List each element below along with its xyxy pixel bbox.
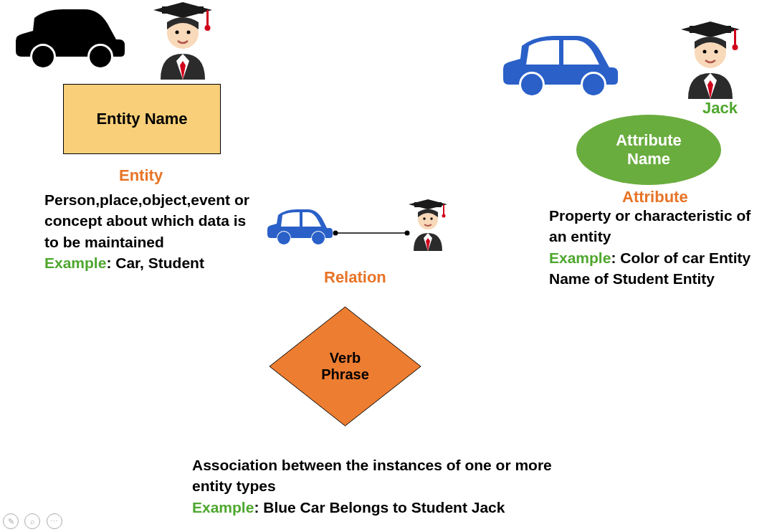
toolbar-more-icon[interactable]: ⋯ xyxy=(47,513,62,529)
svg-rect-4 xyxy=(206,10,209,26)
entity-description: Person,place,object,event or concept abo… xyxy=(44,191,249,250)
relation-heading: Relation xyxy=(324,268,386,287)
svg-marker-3 xyxy=(153,2,212,18)
relation-example-text: : Blue Car Belongs to Student Jack xyxy=(254,499,505,516)
diamond-line2: Phrase xyxy=(321,366,369,382)
svg-point-32 xyxy=(442,214,446,218)
entity-example-label: Example xyxy=(44,255,106,271)
attribute-ellipse-line2: Name xyxy=(627,150,670,168)
svg-rect-25 xyxy=(300,212,302,227)
svg-point-35 xyxy=(430,217,432,219)
attribute-example-label: Example xyxy=(549,250,611,266)
svg-point-7 xyxy=(176,31,179,34)
car-blue-attribute-icon xyxy=(500,30,621,101)
entity-name-box: Entity Name xyxy=(63,84,221,154)
entity-name-label: Entity Name xyxy=(96,110,187,128)
attribute-description: Property or characteristic of an entity xyxy=(549,207,750,244)
student-icon-entity xyxy=(149,2,217,85)
svg-rect-13 xyxy=(559,40,563,65)
diamond-text: Verb Phrase xyxy=(321,350,369,383)
relation-diamond: Verb Phrase xyxy=(268,305,422,427)
entity-example-text: : Car, Student xyxy=(106,255,204,271)
attribute-description-block: Property or characteristic of an entity … xyxy=(549,205,771,290)
relation-description: Association between the instances of one… xyxy=(192,457,552,494)
svg-point-17 xyxy=(733,44,738,50)
svg-point-11 xyxy=(521,74,543,95)
svg-point-1 xyxy=(90,46,111,67)
attribute-ellipse-line1: Attribute xyxy=(616,131,682,149)
svg-point-19 xyxy=(703,50,707,54)
entity-description-block: Person,place,object,event or concept abo… xyxy=(44,189,259,274)
diamond-line1: Verb xyxy=(330,350,361,366)
relation-line xyxy=(333,227,410,239)
svg-marker-30 xyxy=(409,199,447,209)
svg-point-20 xyxy=(715,50,718,54)
svg-point-34 xyxy=(423,217,425,219)
attribute-heading: Attribute xyxy=(622,188,688,206)
svg-point-24 xyxy=(312,232,325,244)
student-icon-relation xyxy=(406,199,450,255)
car-black-icon xyxy=(13,4,128,75)
svg-rect-31 xyxy=(443,204,444,214)
toolbar-zoom-icon[interactable]: ⌕ xyxy=(24,513,40,529)
toolbar-pen-icon[interactable]: ✎ xyxy=(3,513,19,529)
attribute-ellipse: Attribute Name xyxy=(576,115,721,185)
car-blue-relation-icon xyxy=(265,205,333,248)
toolbar: ✎ ⌕ ⋯ xyxy=(3,513,65,530)
jack-label: Jack xyxy=(702,99,738,118)
entity-heading: Entity xyxy=(119,166,163,185)
student-icon-attribute xyxy=(677,22,745,105)
svg-point-0 xyxy=(32,46,54,67)
relation-description-block: Association between the instances of one… xyxy=(192,455,565,518)
relation-example-label: Example xyxy=(192,499,254,516)
svg-point-12 xyxy=(583,74,604,95)
svg-rect-16 xyxy=(734,29,736,45)
svg-point-5 xyxy=(205,25,211,31)
svg-point-27 xyxy=(333,231,338,236)
svg-point-8 xyxy=(187,31,191,34)
svg-marker-15 xyxy=(681,22,740,37)
svg-point-23 xyxy=(277,232,290,244)
